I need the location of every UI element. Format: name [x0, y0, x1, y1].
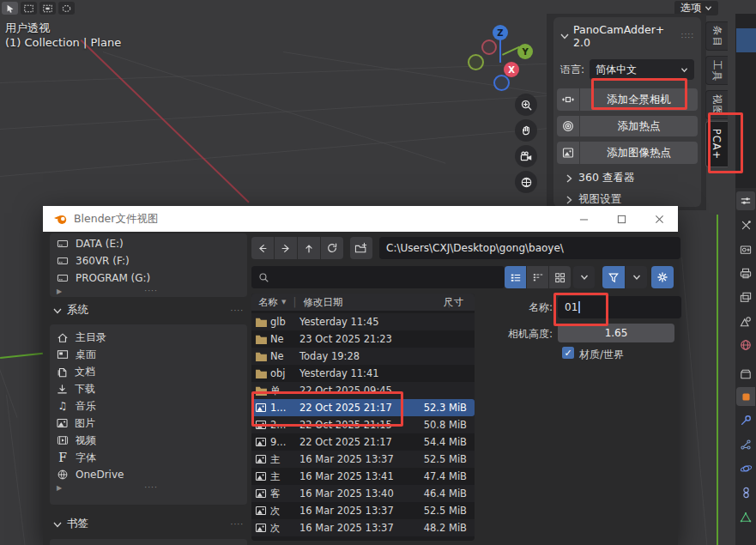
tool-tab-icon[interactable] [736, 215, 755, 234]
image-file-icon [255, 488, 267, 499]
column-size[interactable]: 尺寸 [444, 296, 463, 309]
sidebar-item-downloads[interactable]: 下载 [50, 380, 247, 397]
viewport-grid-button[interactable] [515, 171, 537, 193]
select-box-button[interactable] [21, 2, 37, 15]
gizmo-x-ball[interactable]: X [504, 62, 519, 77]
select-tweak-button[interactable] [2, 2, 18, 15]
sidebar-item-documents[interactable]: 文档 [50, 363, 247, 380]
camera-height-label: 相机高度: [472, 327, 553, 342]
file-row[interactable]: 客16 Mar 2025 13:4046.4 MiB [251, 485, 475, 502]
file-row[interactable]: 次16 Mar 2025 13:3752.5 MiB [251, 502, 475, 519]
gizmo-neg-z-ball[interactable] [493, 75, 510, 91]
volume-item[interactable]: 360VR (F:) [50, 252, 247, 269]
render-tab-icon[interactable] [736, 239, 755, 258]
sidebar-item-music[interactable]: ♫ 音乐 [50, 397, 247, 415]
movie-camera-icon [519, 150, 533, 163]
particles-tab-icon[interactable] [736, 435, 755, 454]
constraints-tab-icon[interactable] [736, 483, 755, 502]
minimize-button[interactable] [565, 206, 602, 232]
nav-back-button[interactable] [251, 237, 274, 259]
camera-height-field[interactable]: 1.65 [558, 324, 674, 342]
tab-item[interactable]: 条目 [705, 21, 728, 51]
display-vertical-list-button[interactable] [505, 266, 526, 288]
file-row[interactable]: NeToday 19:28 [251, 348, 475, 365]
select-lasso-button[interactable] [58, 2, 75, 15]
search-input[interactable] [251, 266, 505, 288]
sidebar-item-pictures[interactable]: 图片 [50, 415, 247, 432]
panel-drag-dots[interactable]: ········ [681, 33, 694, 39]
thumbnails-icon [554, 272, 565, 283]
scene-tab-icon[interactable] [736, 312, 755, 330]
filter-button[interactable] [602, 266, 625, 288]
gizmo-y-ball[interactable]: Y [517, 44, 533, 59]
column-date[interactable]: 修改日期 [303, 296, 342, 309]
sidebar-item-onedrive[interactable]: OneDrive [50, 466, 247, 483]
sort-desc-icon[interactable]: ▼ [281, 299, 286, 306]
viewport-camera-button[interactable] [515, 145, 537, 167]
grid-line [283, 51, 589, 100]
display-thumbnails-button[interactable] [549, 266, 571, 288]
maximize-button[interactable] [602, 206, 640, 232]
settings-button[interactable] [651, 266, 674, 288]
sidebar-item-desktop[interactable]: 桌面 [50, 346, 247, 363]
add-hotspot-button[interactable]: 添加热点 [580, 116, 698, 136]
physics-tab-icon[interactable] [736, 459, 755, 478]
nav-forward-button[interactable] [275, 237, 297, 259]
path-field[interactable]: C:\Users\CXJ\Desktop\gong\baoye\ [379, 237, 680, 259]
search-icon [258, 272, 269, 283]
system-section-header[interactable]: 系统 ···· [53, 303, 244, 318]
bookmarks-section-header[interactable]: 书签 ···· [53, 517, 244, 531]
file-row[interactable]: 主16 Mar 2025 13:3752.5 MiB [251, 451, 475, 468]
new-folder-button[interactable] [350, 237, 372, 259]
file-row[interactable]: 9...22 Oct 2025 21:1754.4 MiB [251, 433, 475, 451]
sidebar-item-videos[interactable]: 视频 [50, 432, 247, 449]
material-world-checkbox[interactable]: ✓ [562, 347, 574, 359]
annotation-box-pca-tab [708, 112, 743, 173]
dialog-titlebar[interactable]: Blender文件视图 [43, 206, 678, 232]
name-label: 名称: [481, 300, 553, 315]
annotation-box-add-pano-camera [591, 78, 687, 110]
display-mode-dropdown[interactable] [573, 266, 595, 288]
file-row[interactable]: Ne23 Oct 2025 21:23 [251, 330, 475, 348]
nav-up-button[interactable] [298, 237, 320, 259]
column-name[interactable]: 名称 [251, 296, 278, 309]
world-tab-icon[interactable] [736, 336, 755, 354]
refresh-button[interactable] [321, 237, 343, 259]
section-view-settings[interactable]: 视图设置 [553, 185, 701, 207]
viewport-pan-button[interactable] [515, 119, 537, 142]
y-axis-line-right [717, 215, 718, 545]
close-button[interactable] [640, 206, 678, 232]
object-data-tab-icon[interactable] [736, 507, 755, 526]
arrow-up-icon [303, 243, 315, 254]
gizmo-neg-x-ball[interactable] [481, 39, 497, 55]
editor-type-icon[interactable] [736, 191, 755, 210]
tab-tool[interactable]: 工具 [705, 56, 728, 85]
file-row[interactable]: 主16 Mar 2025 13:4147.4 MiB [251, 468, 475, 485]
viewport-zoom-button[interactable] [515, 94, 537, 116]
file-row[interactable]: objYesterday 11:41 [251, 365, 475, 382]
volume-item[interactable]: PROGRAM (G:) [50, 269, 247, 287]
display-horizontal-list-button[interactable] [527, 266, 548, 288]
select-circle-button[interactable] [39, 2, 56, 15]
file-row[interactable]: 次16 Mar 2025 13:3748.2 MiB [251, 519, 475, 536]
view-layer-tab-icon[interactable] [736, 288, 755, 306]
navigation-gizmo[interactable]: Z Y X [463, 21, 542, 95]
object-tab-icon[interactable] [736, 387, 755, 406]
language-dropdown[interactable]: 简体中文 [590, 59, 694, 80]
language-label: 语言: [560, 63, 584, 77]
gizmo-neg-y-ball[interactable] [468, 54, 484, 70]
output-tab-icon[interactable] [736, 263, 755, 282]
sidebar-item-fonts[interactable]: F 字体 [50, 449, 247, 466]
section-360-viewer[interactable]: 360 查看器 [553, 164, 701, 185]
volume-item[interactable]: DATA (E:) [50, 235, 247, 252]
add-image-hotspot-button[interactable]: 添加图像热点 [580, 142, 698, 164]
gizmo-z-ball[interactable]: Z [493, 25, 508, 40]
collection-tab-icon[interactable] [736, 364, 755, 383]
file-row[interactable]: glbYesterday 11:45 [251, 313, 475, 330]
sidebar-item-home[interactable]: 主目录 [50, 329, 247, 346]
filter-dropdown[interactable] [626, 266, 647, 288]
outliner-selected-row[interactable] [736, 28, 756, 52]
funnel-icon [608, 272, 620, 283]
panel-collapse-icon[interactable] [560, 33, 569, 39]
modifiers-tab-icon[interactable] [736, 411, 755, 430]
